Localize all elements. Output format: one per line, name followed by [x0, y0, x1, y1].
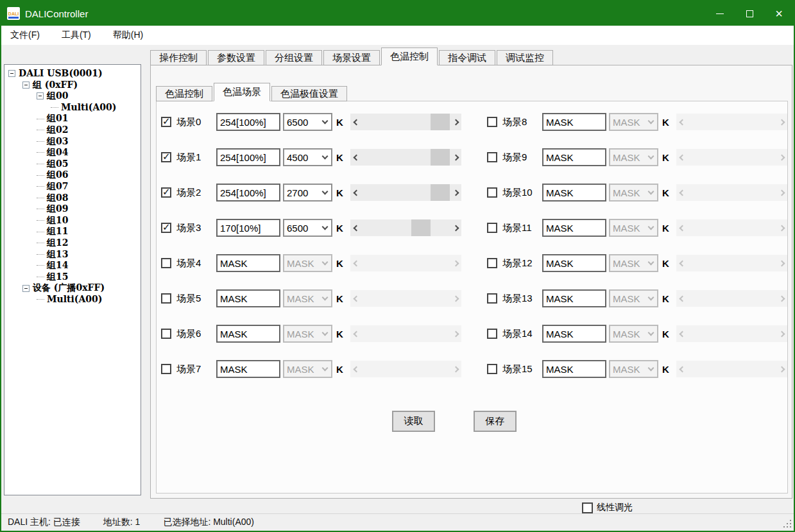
close-button[interactable]: ×: [764, 1, 794, 26]
scene-level-input[interactable]: [216, 254, 280, 272]
cct-scrollbar[interactable]: [676, 255, 787, 271]
cct-scrollbar[interactable]: [676, 184, 787, 201]
menu-file[interactable]: 文件(F): [3, 30, 47, 41]
scroll-left-arrow[interactable]: [676, 325, 688, 342]
tree-item[interactable]: 设备 (广播0xFF): [4, 282, 141, 294]
tree-item[interactable]: Multi(A00): [4, 294, 141, 305]
subtab-cct-scene[interactable]: 色温场景: [214, 83, 270, 101]
tree-item[interactable]: 组09: [4, 203, 141, 215]
scene-level-input[interactable]: [542, 289, 606, 307]
cct-combo[interactable]: MASK: [609, 113, 658, 131]
scroll-right-arrow[interactable]: [776, 361, 787, 377]
minimize-button[interactable]: [705, 1, 735, 26]
scene-level-input[interactable]: [542, 184, 606, 202]
tree-item[interactable]: 组14: [4, 260, 141, 271]
scene-checkbox[interactable]: [161, 152, 171, 162]
scroll-left-arrow[interactable]: [676, 149, 688, 166]
scroll-left-arrow[interactable]: [676, 184, 688, 201]
scene-checkbox[interactable]: [161, 223, 171, 233]
cct-combo[interactable]: 6500: [283, 113, 332, 131]
tab-debug-monitor[interactable]: 调试监控: [497, 50, 553, 65]
scrollbar-thumb[interactable]: [431, 184, 450, 201]
tree-item[interactable]: 组04: [4, 147, 141, 159]
cct-scrollbar[interactable]: [676, 325, 787, 342]
tree-item[interactable]: 组00: [4, 90, 141, 102]
tab-cct-control[interactable]: 色温控制: [381, 47, 438, 65]
scene-level-input[interactable]: [216, 219, 280, 237]
cct-scrollbar[interactable]: [676, 114, 787, 130]
scroll-right-arrow[interactable]: [776, 255, 787, 271]
cct-scrollbar[interactable]: [676, 219, 787, 236]
tree-item[interactable]: 组12: [4, 237, 141, 249]
scene-checkbox[interactable]: [487, 258, 497, 268]
cct-combo[interactable]: 4500: [283, 148, 332, 166]
scroll-right-arrow[interactable]: [776, 325, 787, 342]
scroll-left-arrow[interactable]: [676, 219, 688, 236]
cct-combo[interactable]: MASK: [283, 325, 332, 343]
scene-level-input[interactable]: [216, 325, 280, 343]
scene-level-input[interactable]: [542, 360, 606, 378]
scrollbar-thumb[interactable]: [411, 219, 431, 236]
scroll-right-arrow[interactable]: [776, 184, 787, 201]
tree-item[interactable]: 组06: [4, 169, 141, 181]
scene-level-input[interactable]: [542, 325, 606, 343]
cct-combo[interactable]: 6500: [283, 219, 332, 237]
scene-checkbox[interactable]: [487, 329, 497, 339]
cct-scrollbar[interactable]: [350, 114, 461, 130]
scroll-right-arrow[interactable]: [776, 219, 787, 236]
menu-tools[interactable]: 工具(T): [54, 30, 99, 41]
scene-checkbox[interactable]: [487, 117, 497, 127]
scene-level-input[interactable]: [542, 219, 606, 237]
tab-grouping-settings[interactable]: 分组设置: [266, 50, 322, 65]
tree-item[interactable]: 组07: [4, 181, 141, 193]
tree-item[interactable]: 组11: [4, 226, 141, 237]
tree-item[interactable]: 组 (0xFF): [4, 80, 141, 91]
scroll-left-arrow[interactable]: [350, 219, 362, 236]
scroll-right-arrow[interactable]: [450, 149, 461, 166]
scroll-right-arrow[interactable]: [450, 290, 461, 307]
scroll-right-arrow[interactable]: [450, 255, 461, 271]
cct-combo[interactable]: MASK: [609, 289, 658, 307]
save-button[interactable]: 保存: [474, 411, 517, 432]
cct-combo[interactable]: MASK: [283, 360, 332, 378]
tree-item[interactable]: 组03: [4, 136, 141, 148]
scroll-right-arrow[interactable]: [450, 325, 461, 342]
scroll-right-arrow[interactable]: [450, 219, 461, 236]
cct-combo[interactable]: 2700: [283, 184, 332, 202]
scroll-left-arrow[interactable]: [350, 149, 362, 166]
tree-item[interactable]: Multi(A00): [4, 102, 141, 114]
cct-scrollbar[interactable]: [350, 255, 461, 271]
tree-item[interactable]: 组05: [4, 159, 141, 170]
scene-level-input[interactable]: [216, 184, 280, 202]
tab-scene-settings[interactable]: 场景设置: [323, 50, 380, 65]
expand-toggle[interactable]: [37, 92, 44, 99]
scroll-left-arrow[interactable]: [350, 114, 362, 130]
cct-scrollbar[interactable]: [350, 361, 461, 377]
cct-scrollbar[interactable]: [350, 325, 461, 342]
scene-checkbox[interactable]: [161, 117, 171, 127]
scroll-left-arrow[interactable]: [350, 325, 362, 342]
expand-toggle[interactable]: [22, 285, 30, 292]
menu-help[interactable]: 帮助(H): [105, 30, 151, 41]
scroll-left-arrow[interactable]: [676, 290, 688, 307]
maximize-button[interactable]: [735, 1, 764, 26]
cct-scrollbar[interactable]: [350, 290, 461, 307]
tree-item[interactable]: 组02: [4, 124, 141, 136]
subtab-cct-control[interactable]: 色温控制: [156, 86, 212, 101]
cct-scrollbar[interactable]: [676, 149, 787, 166]
scroll-right-arrow[interactable]: [450, 361, 461, 377]
scene-checkbox[interactable]: [487, 364, 497, 374]
scene-level-input[interactable]: [216, 360, 280, 378]
tree-item[interactable]: 组10: [4, 215, 141, 227]
linear-dimming-checkbox[interactable]: [582, 502, 593, 513]
tree-item[interactable]: 组08: [4, 193, 141, 204]
scrollbar-thumb[interactable]: [431, 114, 450, 130]
cct-combo[interactable]: MASK: [609, 254, 658, 272]
tree-item[interactable]: 组01: [4, 113, 141, 124]
scene-checkbox[interactable]: [487, 187, 497, 198]
scroll-right-arrow[interactable]: [776, 149, 787, 166]
cct-combo[interactable]: MASK: [609, 148, 658, 166]
scene-checkbox[interactable]: [487, 152, 497, 162]
cct-combo[interactable]: MASK: [609, 184, 658, 202]
cct-scrollbar[interactable]: [676, 290, 787, 307]
